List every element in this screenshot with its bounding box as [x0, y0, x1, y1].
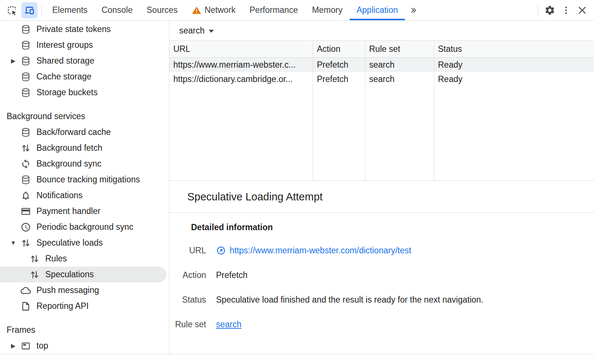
- sidebar-item-label: Bounce tracking mitigations: [36, 175, 140, 185]
- tab-label: Memory: [312, 5, 343, 15]
- toggle-device-toolbar-button[interactable]: [21, 2, 38, 18]
- detailed-information-heading: Detailed information: [191, 222, 594, 232]
- sidebar-item-speculations[interactable]: Speculations: [0, 267, 166, 282]
- devtools-body: Private state tokens Interest groups ▶ S…: [0, 21, 594, 354]
- detail-row-url: URL https://www.merriam-webster.com/dict…: [169, 246, 594, 256]
- cell-url[interactable]: https://www.merriam-webster.c...: [169, 58, 313, 72]
- column-header-action[interactable]: Action: [313, 41, 365, 58]
- device-toolbar-icon: [24, 5, 35, 16]
- tab-network[interactable]: Network: [185, 0, 243, 20]
- sidebar-item-bounce-tracking-mitigations[interactable]: Bounce tracking mitigations: [0, 172, 169, 188]
- database-icon: [21, 40, 31, 50]
- toolbar-left: [0, 0, 45, 20]
- tab-sources[interactable]: Sources: [139, 0, 184, 20]
- attempt-section-title: Speculative Loading Attempt: [169, 181, 594, 213]
- sidebar-item-label: Rules: [45, 254, 67, 264]
- inspect-cursor-icon: [6, 5, 17, 16]
- tab-label: Performance: [250, 5, 298, 15]
- column-header-url[interactable]: URL: [169, 41, 313, 58]
- toolbar-divider: [41, 5, 42, 16]
- speculations-panel: search URL Action Rule set Status https:…: [169, 21, 594, 354]
- tab-console[interactable]: Console: [95, 0, 139, 20]
- chevron-double-right-icon: [409, 6, 417, 14]
- detail-label: Rule set: [169, 320, 206, 329]
- tab-memory[interactable]: Memory: [305, 0, 350, 20]
- rule-set-link[interactable]: search: [216, 320, 241, 329]
- sidebar-item-notifications[interactable]: Notifications: [0, 188, 169, 203]
- sync-icon: [21, 159, 31, 169]
- file-icon: [21, 301, 31, 311]
- tab-label: Console: [102, 5, 132, 15]
- sidebar-item-payment-handler[interactable]: Payment handler: [0, 203, 169, 219]
- sidebar-item-back-forward-cache[interactable]: Back/forward cache: [0, 124, 169, 140]
- table-filler: [169, 86, 313, 181]
- sidebar-item-shared-storage[interactable]: ▶ Shared storage: [0, 53, 169, 69]
- tab-label: Network: [205, 5, 236, 15]
- arrows-up-down-icon: [21, 238, 31, 248]
- cell-status[interactable]: Ready: [434, 58, 594, 72]
- bottom-strip: [0, 354, 594, 364]
- detail-row-rule-set: Rule set search: [169, 320, 594, 329]
- clock-icon: [21, 222, 31, 232]
- sidebar-item-background-fetch[interactable]: Background fetch: [0, 140, 169, 156]
- database-icon: [21, 72, 31, 82]
- devtools-window: Elements Console Sources Network Perform…: [0, 0, 594, 364]
- tab-label: Application: [357, 5, 398, 15]
- cell-rule-set[interactable]: search: [365, 72, 434, 86]
- cell-action[interactable]: Prefetch: [313, 58, 365, 72]
- triangle-collapsed-icon[interactable]: ▶: [6, 342, 21, 349]
- sidebar-item-label: Cache storage: [36, 72, 92, 82]
- sidebar-item-private-state-tokens[interactable]: Private state tokens: [0, 21, 169, 37]
- sidebar-item-label: Speculative loads: [36, 238, 103, 248]
- database-icon: [21, 175, 31, 185]
- column-header-rule-set[interactable]: Rule set: [365, 41, 434, 58]
- database-icon: [21, 88, 31, 98]
- ruleset-filter-dropdown[interactable]: search: [179, 26, 214, 36]
- tab-elements[interactable]: Elements: [45, 0, 95, 20]
- cell-url[interactable]: https://dictionary.cambridge.or...: [169, 72, 313, 86]
- sidebar-item-speculative-loads[interactable]: ▼ Speculative loads: [0, 235, 169, 251]
- sidebar-item-label: Background fetch: [36, 143, 102, 153]
- more-tabs-button[interactable]: [405, 0, 422, 20]
- triangle-expanded-icon[interactable]: ▼: [6, 240, 21, 246]
- cell-rule-set[interactable]: search: [365, 58, 434, 72]
- sidebar-item-reporting-api[interactable]: Reporting API: [0, 298, 169, 314]
- close-devtools-button[interactable]: [574, 2, 590, 18]
- attempt-url-link[interactable]: https://www.merriam-webster.com/dictiona…: [230, 246, 411, 256]
- warning-icon: [192, 6, 201, 15]
- tab-application[interactable]: Application: [350, 0, 405, 20]
- devtools-tab-bar: Elements Console Sources Network Perform…: [45, 0, 422, 20]
- inspect-element-button[interactable]: [4, 2, 20, 18]
- table-filler: [313, 86, 365, 181]
- sidebar-item-push-messaging[interactable]: Push messaging: [0, 282, 169, 298]
- sidebar-item-top-frame[interactable]: ▶ top: [0, 338, 169, 354]
- gear-icon: [544, 5, 555, 16]
- database-icon: [21, 127, 31, 138]
- sidebar-item-rules[interactable]: Rules: [0, 251, 169, 267]
- sidebar-item-periodic-background-sync[interactable]: Periodic background sync: [0, 219, 169, 235]
- detail-label: Status: [169, 295, 206, 305]
- database-icon: [21, 56, 31, 66]
- sidebar-item-label: Back/forward cache: [36, 127, 111, 137]
- sidebar-item-storage-buckets[interactable]: Storage buckets: [0, 85, 169, 100]
- detail-value: Prefetch: [216, 270, 248, 280]
- cell-action[interactable]: Prefetch: [313, 72, 365, 86]
- sidebar-item-interest-groups[interactable]: Interest groups: [0, 37, 169, 53]
- application-sidebar: Private state tokens Interest groups ▶ S…: [0, 21, 169, 354]
- detail-value: https://www.merriam-webster.com/dictiona…: [216, 246, 411, 256]
- column-header-status[interactable]: Status: [434, 41, 594, 58]
- tab-performance[interactable]: Performance: [243, 0, 305, 20]
- sidebar-item-background-sync[interactable]: Background sync: [0, 156, 169, 172]
- open-url-icon[interactable]: [216, 246, 226, 256]
- cell-status[interactable]: Ready: [434, 72, 594, 86]
- sidebar-item-label: Push messaging: [36, 285, 99, 295]
- frame-icon: [21, 341, 31, 351]
- arrows-up-down-icon: [29, 254, 40, 264]
- devtools-menu-button[interactable]: [558, 2, 574, 18]
- arrows-up-down-icon: [29, 270, 40, 280]
- table-filler: [434, 86, 594, 181]
- sidebar-item-cache-storage[interactable]: Cache storage: [0, 69, 169, 85]
- detail-label: URL: [169, 246, 206, 256]
- settings-button[interactable]: [542, 2, 558, 18]
- triangle-collapsed-icon[interactable]: ▶: [6, 57, 21, 64]
